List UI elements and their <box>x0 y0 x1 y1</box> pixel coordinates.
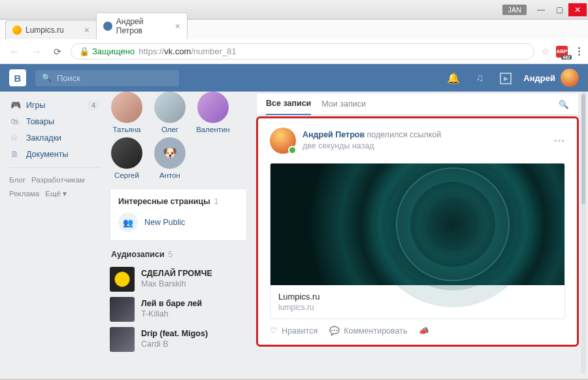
post-actions: ♡Нравится 💬Комментировать 📣 <box>261 319 574 342</box>
friend-item[interactable]: Олег <box>153 92 187 133</box>
highlighted-post: Андрей Петров поделился ссылкой две секу… <box>256 116 579 347</box>
friend-name: Сергей <box>114 171 139 179</box>
audio-title: Drip (feat. Migos) <box>141 329 208 339</box>
post-time: две секунды назад <box>302 141 441 152</box>
nav-item-bookmarks[interactable]: ☆ Закладки <box>9 130 101 146</box>
friend-name: Валентин <box>196 126 230 133</box>
nav-footer-link[interactable]: Ещё ▾ <box>45 190 67 198</box>
nav-separator <box>9 167 101 168</box>
favicon-icon <box>12 26 22 35</box>
wall-search-icon[interactable]: 🔍 <box>559 99 569 109</box>
browser-menu-button[interactable] <box>577 46 581 57</box>
nav-item-market[interactable]: 🛍 Товары <box>9 113 101 130</box>
audio-cover <box>110 267 135 292</box>
adblock-icon[interactable]: ABP482 <box>556 46 568 58</box>
wall-column: Все записи Мои записи 🔍 Андрей Петров по… <box>256 92 579 379</box>
friend-name: Олег <box>161 126 178 133</box>
lock-icon: 🔒 <box>79 46 90 56</box>
window-titlebar: JAN — ▢ ✕ <box>0 0 588 20</box>
friend-item[interactable]: Сергей <box>110 137 144 179</box>
nav-label: Товары <box>26 117 54 126</box>
friend-item[interactable]: 🐶Антон <box>153 137 187 179</box>
search-placeholder: Поиск <box>57 73 80 83</box>
friend-name: Татьяна <box>113 126 141 133</box>
vk-page: B 🔍 Поиск 🔔 ♫ ▶ Андрей 🎮 Игры 4 🛍 Товары <box>0 64 588 379</box>
browser-tab[interactable]: Lumpics.ru × <box>5 20 97 39</box>
address-row: ← → ⟳ 🔒 Защищено https://vk.com/number_8… <box>0 39 588 63</box>
nav-footer-link[interactable]: Реклама <box>9 190 39 198</box>
post-menu-button[interactable]: ••• <box>554 136 565 146</box>
bookmark-star-icon[interactable]: ☆ <box>541 46 549 58</box>
browser-tab[interactable]: Андрей Петров × <box>96 12 188 39</box>
header-user-menu[interactable]: Андрей <box>523 69 579 87</box>
avatar[interactable] <box>270 128 296 154</box>
window-close-button[interactable]: ✕ <box>568 3 587 16</box>
secure-indicator: 🔒 Защищено <box>79 46 135 56</box>
friend-item[interactable]: Валентин <box>196 92 230 133</box>
player-icon[interactable]: ▶ <box>497 71 514 84</box>
share-button[interactable]: 📣 <box>419 326 429 336</box>
audio-artist: Cardi B <box>141 339 208 350</box>
heart-icon: ♡ <box>270 326 278 336</box>
window-minimize-button[interactable]: — <box>532 3 550 16</box>
nav-footer-link[interactable]: Разработчикам <box>31 176 85 184</box>
like-button[interactable]: ♡Нравится <box>270 326 318 336</box>
tab-close-icon[interactable]: × <box>175 21 180 31</box>
audio-title: Лей в баре лей <box>141 299 202 309</box>
tab-title: Андрей Петров <box>116 17 171 35</box>
extension-area: ABP482 <box>556 46 570 58</box>
audio-block: Аудиозаписи 5 СДЕЛАЙ ГРОМЧЕMax Barskih Л… <box>110 250 247 354</box>
audio-title: СДЕЛАЙ ГРОМЧЕ <box>141 269 212 279</box>
notifications-icon[interactable]: 🔔 <box>445 72 462 84</box>
vk-logo-icon[interactable]: B <box>9 69 26 86</box>
search-icon: 🔍 <box>42 73 52 82</box>
window-maximize-button[interactable]: ▢ <box>550 3 568 16</box>
star-icon: ☆ <box>10 133 21 143</box>
scroll-thumb[interactable] <box>581 94 585 204</box>
audio-artist: Max Barskih <box>141 279 212 290</box>
community-icon: 👥 <box>118 213 138 232</box>
page-item[interactable]: 👥 New Public <box>118 213 238 232</box>
post-author-link[interactable]: Андрей Петров <box>302 130 365 139</box>
audio-item[interactable]: Лей в баре лейT-Killah <box>110 294 247 324</box>
nav-item-docs[interactable]: 🗎 Документы <box>9 146 101 162</box>
friend-name: Антон <box>159 171 180 179</box>
nav-forward-button[interactable]: → <box>29 44 44 59</box>
wall-tabs: Все записи Мои записи 🔍 <box>256 93 579 115</box>
nav-badge: 4 <box>88 101 99 110</box>
snippet-image <box>270 164 564 285</box>
nav-footer-links: Блог Разработчикам Реклама Ещё ▾ <box>9 173 101 200</box>
audio-cover <box>110 327 135 352</box>
page-name: New Public <box>144 218 186 227</box>
comment-button[interactable]: 💬Комментировать <box>329 326 407 336</box>
audio-item[interactable]: СДЕЛАЙ ГРОМЧЕMax Barskih <box>110 264 247 294</box>
friend-item[interactable]: Татьяна <box>110 92 144 133</box>
tab-my-posts[interactable]: Мои записи <box>321 94 366 114</box>
avatar <box>111 92 142 123</box>
avatar <box>561 69 579 87</box>
reload-button[interactable]: ⟳ <box>51 45 64 58</box>
profile-sidebar: Татьяна Олег Валентин Сергей 🐶Антон Инте… <box>110 92 247 379</box>
vk-search-input[interactable]: 🔍 Поиск <box>35 70 179 86</box>
tab-all-posts[interactable]: Все записи <box>266 93 311 115</box>
wall-post: Андрей Петров поделился ссылкой две секу… <box>261 121 574 342</box>
address-bar[interactable]: 🔒 Защищено https://vk.com/number_81 <box>71 43 534 60</box>
nav-item-games[interactable]: 🎮 Игры 4 <box>9 97 101 113</box>
avatar <box>154 92 186 123</box>
nav-footer-link[interactable]: Блог <box>9 176 25 184</box>
block-title: Аудиозаписи 5 <box>110 250 247 259</box>
snippet-domain: lumpics.ru <box>278 303 557 312</box>
bag-icon: 🛍 <box>10 116 21 126</box>
vk-header: B 🔍 Поиск 🔔 ♫ ▶ Андрей <box>0 64 588 92</box>
tab-close-icon[interactable]: × <box>84 25 90 35</box>
nav-back-button[interactable]: ← <box>7 44 22 59</box>
music-icon[interactable]: ♫ <box>471 72 488 84</box>
adblock-badge: 482 <box>561 55 572 60</box>
snippet-title: Lumpics.ru <box>278 292 557 302</box>
audio-item[interactable]: Drip (feat. Migos)Cardi B <box>110 324 247 354</box>
document-icon: 🗎 <box>10 149 21 159</box>
avatar: 🐶 <box>154 137 186 169</box>
post-action-text: поделился ссылкой <box>367 130 442 139</box>
snippet-caption: Lumpics.ru lumpics.ru <box>270 285 564 319</box>
link-snippet[interactable]: Lumpics.ru lumpics.ru <box>270 163 565 319</box>
